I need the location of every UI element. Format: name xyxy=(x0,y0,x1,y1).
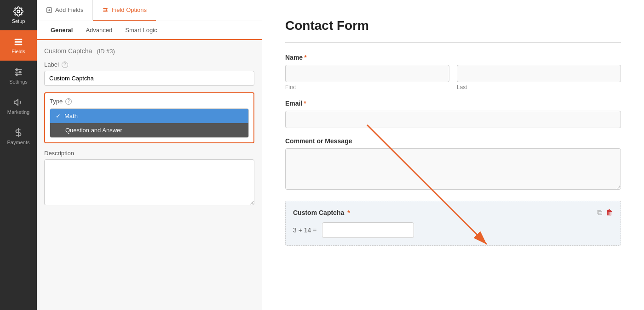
captcha-action-icons: ⧉ 🗑 xyxy=(597,209,613,217)
captcha-equation: 3 + 14 = xyxy=(293,226,316,234)
add-fields-icon xyxy=(46,7,52,13)
captcha-copy-icon[interactable]: ⧉ xyxy=(597,209,602,217)
comment-field-label: Comment or Message xyxy=(285,137,621,145)
first-name-wrap: First xyxy=(285,65,449,90)
field-content-area: Custom Captcha (ID #3) Label ? Type ? ✓ … xyxy=(37,40,262,310)
label-help-icon[interactable]: ? xyxy=(62,62,68,68)
type-help-icon[interactable]: ? xyxy=(65,98,72,105)
type-dropdown[interactable]: ✓ Math Question and Answer xyxy=(50,108,249,138)
svg-point-18 xyxy=(104,8,105,9)
captcha-math-row: 3 + 14 = xyxy=(293,222,613,238)
first-name-sublabel: First xyxy=(285,84,449,90)
description-textarea[interactable] xyxy=(44,159,254,205)
tab-add-fields[interactable]: Add Fields xyxy=(37,0,93,21)
sidebar-item-payments-label: Payments xyxy=(7,140,30,145)
type-label-row: Type ? xyxy=(50,98,249,105)
type-option-math[interactable]: ✓ Math xyxy=(50,109,248,123)
captcha-label-row: Custom Captcha * ⧉ 🗑 xyxy=(293,209,613,217)
field-options-panel: Add Fields Field Options General Advance… xyxy=(37,0,262,310)
first-name-input[interactable] xyxy=(285,65,449,82)
tab-add-fields-label: Add Fields xyxy=(55,6,83,13)
sidebar-item-settings[interactable]: Settings xyxy=(0,61,37,91)
sidebar-item-fields[interactable]: Fields xyxy=(0,30,37,61)
last-name-wrap: Last xyxy=(457,65,621,90)
svg-rect-1 xyxy=(15,39,23,40)
subtab-smart-logic[interactable]: Smart Logic xyxy=(119,21,163,40)
form-preview-area: Contact Form Name* First Last Email* Com… xyxy=(262,0,644,310)
comment-textarea[interactable] xyxy=(285,148,621,190)
checkmark-icon: ✓ xyxy=(56,113,61,119)
sidebar: Setup Fields Settings Marketing Payments xyxy=(0,0,37,310)
tab-field-options-label: Field Options xyxy=(111,6,147,13)
subtab-advanced[interactable]: Advanced xyxy=(79,21,119,40)
svg-point-7 xyxy=(16,69,18,71)
type-option-qa[interactable]: Question and Answer xyxy=(50,123,248,137)
email-input[interactable] xyxy=(285,111,621,128)
description-label: Description xyxy=(44,150,254,157)
marketing-icon xyxy=(13,97,23,107)
sidebar-item-setup-label: Setup xyxy=(12,18,25,24)
sidebar-item-fields-label: Fields xyxy=(12,49,25,54)
field-options-icon xyxy=(102,7,109,13)
svg-rect-3 xyxy=(15,44,23,45)
settings-icon xyxy=(13,67,23,77)
fields-icon xyxy=(13,37,23,47)
last-name-sublabel: Last xyxy=(457,84,621,90)
type-section: Type ? ✓ Math Question and Answer xyxy=(44,92,254,143)
name-field-group: Name* First Last xyxy=(285,54,621,90)
svg-point-9 xyxy=(16,74,18,76)
sidebar-item-payments[interactable]: Payments xyxy=(0,121,37,152)
name-field-label: Name* xyxy=(285,54,621,61)
svg-point-19 xyxy=(106,9,107,10)
field-title: Custom Captcha (ID #3) xyxy=(44,47,254,55)
captcha-label: Custom Captcha * xyxy=(293,209,350,216)
email-field-group: Email* xyxy=(285,100,621,128)
sub-tabs: General Advanced Smart Logic xyxy=(37,21,262,40)
captcha-delete-icon[interactable]: 🗑 xyxy=(606,209,613,217)
captcha-answer-input[interactable] xyxy=(322,222,414,238)
email-field-label: Email* xyxy=(285,100,621,107)
comment-field-group: Comment or Message xyxy=(285,137,621,192)
form-title: Contact Form xyxy=(285,18,621,33)
tab-field-options[interactable]: Field Options xyxy=(93,0,156,21)
captcha-section: Custom Captcha * ⧉ 🗑 3 + 14 = xyxy=(285,201,621,246)
sidebar-item-marketing[interactable]: Marketing xyxy=(0,91,37,121)
sidebar-item-setup[interactable]: Setup xyxy=(0,0,37,30)
svg-rect-2 xyxy=(15,41,23,43)
name-inputs-row: First Last xyxy=(285,65,621,90)
svg-point-0 xyxy=(17,10,20,13)
sidebar-item-marketing-label: Marketing xyxy=(7,109,29,115)
label-input[interactable] xyxy=(44,71,254,86)
svg-marker-10 xyxy=(14,100,18,106)
gear-icon xyxy=(13,6,23,17)
form-divider xyxy=(285,42,621,43)
svg-point-8 xyxy=(19,71,21,73)
payments-icon xyxy=(13,128,23,138)
sidebar-item-settings-label: Settings xyxy=(9,79,28,85)
last-name-input[interactable] xyxy=(457,65,621,82)
subtab-general[interactable]: General xyxy=(44,21,79,40)
panel-top-tabs: Add Fields Field Options xyxy=(37,0,262,21)
label-row: Label ? xyxy=(44,61,254,68)
